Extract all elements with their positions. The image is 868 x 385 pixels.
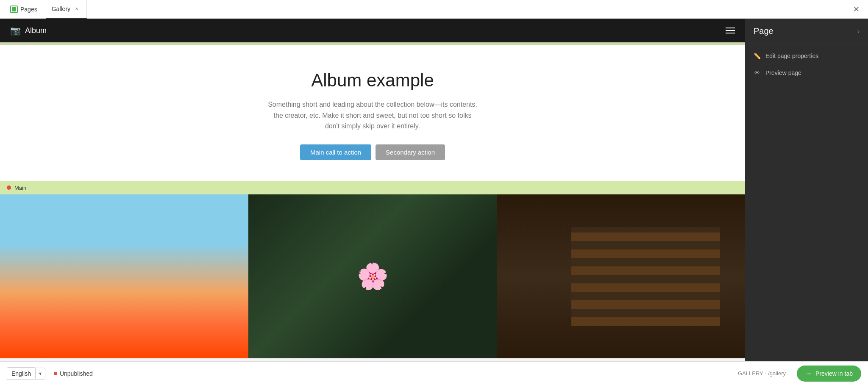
preview-page-label: Preview page [765,69,801,76]
hamburger-line-2 [726,30,735,31]
preview-btn-label: Preview in tab [815,370,853,377]
unpublished-badge: Unpublished [54,370,93,377]
main-layout: 📷 Album Album example Something short an… [0,19,868,361]
top-bar: Pages Gallery × ✕ [0,0,868,19]
gallery-path: GALLERY - /gallery [738,370,786,377]
camera-icon: 📷 [10,25,21,36]
hero-section: Album example Something short and leadin… [0,45,745,181]
edit-icon: ✏️ [754,53,760,59]
hero-subtitle: Something short and leading about the co… [267,99,479,132]
primary-action-button[interactable]: Main call to action [300,144,371,160]
unpublished-label: Unpublished [60,370,93,377]
sunset-image [0,194,248,358]
right-panel-title: Page [754,26,773,36]
building-image [497,194,745,358]
right-panel-menu: ✏️ Edit page properties 👁 Preview page [745,44,868,85]
gallery-dot [7,186,11,190]
album-brand-label: Album [25,26,47,35]
bottom-bar: English ▾ Unpublished GALLERY - /gallery… [0,361,868,385]
hamburger-menu[interactable] [726,28,735,33]
gallery-item-1 [0,194,248,358]
unpublished-dot [54,372,57,375]
right-panel-chevron-icon[interactable]: › [857,28,860,35]
preview-page-item[interactable]: 👁 Preview page [745,64,868,81]
right-panel: Page › ✏️ Edit page properties 👁 Preview… [745,19,868,361]
album-navbar: 📷 Album [0,19,745,42]
hero-title: Album example [17,70,728,91]
hero-buttons: Main call to action Secondary action [17,144,728,160]
gallery-tab[interactable]: Gallery × [46,0,87,19]
preview-in-tab-button[interactable]: → Preview in tab [797,366,861,382]
right-panel-header: Page › [745,19,868,44]
preview-area: 📷 Album Album example Something short an… [0,19,745,361]
gallery-item-3 [497,194,745,358]
secondary-action-button[interactable]: Secondary action [376,144,445,160]
gallery-section-label: Main [14,185,26,191]
hamburger-line-1 [726,28,735,28]
gallery-item-2 [248,194,497,358]
gallery-grid [0,194,745,358]
language-label: English [7,367,35,380]
flowers-image [248,194,497,358]
gallery-tab-close[interactable]: × [73,5,81,13]
preview-btn-icon: → [805,370,812,377]
pages-icon [10,6,18,13]
gallery-section-header: Main [0,181,745,194]
gallery-tab-label: Gallery [52,6,70,12]
topbar-close-button[interactable]: ✕ [849,3,863,16]
gallery-section: Main [0,181,745,361]
edit-page-properties-label: Edit page properties [765,53,818,59]
hamburger-line-3 [726,33,735,33]
pages-nav[interactable]: Pages [5,6,42,13]
edit-page-properties-item[interactable]: ✏️ Edit page properties [745,47,868,64]
album-brand: 📷 Album [10,25,47,36]
pages-label: Pages [20,6,37,13]
language-selector[interactable]: English ▾ [7,367,45,380]
language-dropdown-icon[interactable]: ▾ [35,368,45,379]
eye-icon: 👁 [754,69,760,76]
